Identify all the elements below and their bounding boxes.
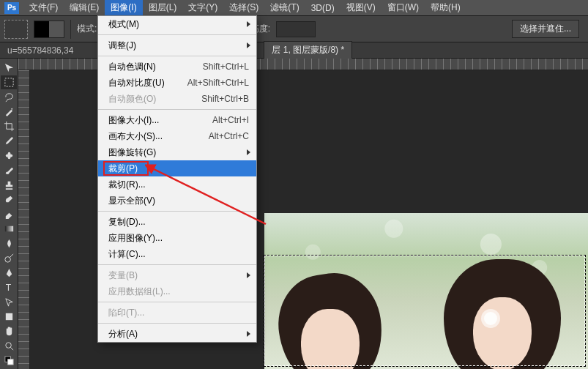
menu-item-shortcut: Alt+Ctrl+C	[209, 131, 249, 141]
mode-label: 模式:	[77, 23, 97, 35]
menu-item-label: 复制(D)...	[108, 216, 146, 228]
menu-item[interactable]: 图像旋转(G)	[98, 144, 256, 160]
crop-tool[interactable]	[1, 119, 17, 133]
height-input[interactable]	[276, 21, 316, 37]
menu-window[interactable]: 窗口(W)	[382, 0, 425, 16]
dodge-tool[interactable]	[1, 251, 17, 265]
menu-item[interactable]: 自动色调(N)Shift+Ctrl+L	[98, 59, 256, 75]
svg-point-8	[5, 342, 11, 348]
select-and-mask-button[interactable]: 选择并遮住...	[512, 20, 579, 38]
menu-image[interactable]: 图像(I)	[105, 0, 142, 16]
app-logo: Ps	[4, 2, 19, 14]
menu-item[interactable]: 分析(A)	[98, 326, 256, 342]
menu-item-label: 图像大小(I)...	[108, 114, 159, 127]
menu-item: 应用数据组(L)...	[98, 283, 256, 299]
menu-filter[interactable]: 滤镜(T)	[264, 0, 305, 16]
type-tool[interactable]: T	[1, 280, 17, 294]
menu-item-shortcut: Alt+Ctrl+I	[212, 115, 249, 125]
menu-item-label: 调整(J)	[108, 40, 136, 52]
svg-rect-0	[4, 78, 12, 86]
gradient-tool[interactable]	[1, 222, 17, 236]
stamp-tool[interactable]	[1, 178, 17, 192]
menu-item[interactable]: 自动对比度(U)Alt+Shift+Ctrl+L	[98, 75, 256, 91]
photo-subject-left	[279, 274, 382, 369]
menu-item[interactable]: 应用图像(Y)...	[98, 230, 256, 246]
active-tool-preview[interactable]	[4, 20, 28, 39]
path-select-tool[interactable]	[1, 295, 17, 309]
svg-text:T: T	[5, 283, 11, 293]
heal-tool[interactable]	[1, 149, 17, 163]
fg-bg-swatch[interactable]	[34, 20, 64, 38]
move-tool[interactable]	[1, 61, 17, 75]
submenu-arrow-icon	[247, 21, 250, 27]
fg-bg-color-tool[interactable]	[1, 354, 17, 368]
menu-item-label: 裁剪(P)	[108, 163, 138, 175]
photo-subject-right	[444, 259, 561, 369]
shape-tool[interactable]	[1, 310, 17, 324]
coord-readout: u=565784836,34	[7, 45, 73, 56]
menu-item-label: 变量(B)	[108, 269, 138, 282]
menu-item[interactable]: 计算(C)...	[98, 246, 256, 262]
eyedropper-tool[interactable]	[1, 134, 17, 148]
menu-item: 自动颜色(O)Shift+Ctrl+B	[98, 91, 256, 107]
document-image	[264, 213, 588, 369]
svg-rect-3	[7, 152, 10, 158]
menu-item[interactable]: 复制(D)...	[98, 214, 256, 230]
svg-rect-7	[5, 313, 12, 319]
image-menu-dropdown: 模式(M)调整(J)自动色调(N)Shift+Ctrl+L自动对比度(U)Alt…	[97, 15, 257, 343]
menu-item-label: 图像旋转(G)	[108, 146, 156, 159]
menu-type[interactable]: 文字(Y)	[182, 0, 223, 16]
pen-tool[interactable]	[1, 266, 17, 280]
menu-item-label: 模式(M)	[108, 18, 139, 31]
menu-help[interactable]: 帮助(H)	[425, 0, 466, 16]
menu-item-label: 陷印(T)...	[108, 307, 144, 319]
svg-point-1	[11, 108, 12, 109]
blur-tool[interactable]	[1, 236, 17, 250]
document-tab[interactable]: 层 1, 图层蒙版/8) *	[264, 41, 352, 59]
menu-item[interactable]: 调整(J)	[98, 37, 256, 53]
menu-edit[interactable]: 编辑(E)	[64, 0, 105, 16]
zoom-tool[interactable]	[1, 339, 17, 353]
menu-item-label: 裁切(R)...	[108, 179, 146, 191]
ruler-vertical[interactable]	[18, 70, 30, 369]
menu-item[interactable]: 裁剪(P)	[98, 160, 256, 176]
marquee-tool[interactable]	[1, 75, 17, 89]
menu-3d[interactable]: 3D(D)	[305, 1, 340, 15]
menu-item-label: 应用图像(Y)...	[108, 232, 163, 245]
options-bar: 模式: 正常 宽度: ⇄ 高度: 选择并遮住...	[0, 16, 588, 42]
menu-item-label: 分析(A)	[108, 328, 138, 340]
svg-rect-10	[7, 359, 13, 365]
menu-item-shortcut: Alt+Shift+Ctrl+L	[187, 78, 249, 88]
wand-tool[interactable]	[1, 105, 17, 119]
menu-item-label: 显示全部(V)	[108, 195, 155, 207]
menu-layer[interactable]: 图层(L)	[143, 0, 183, 16]
brush-tool[interactable]	[1, 163, 17, 177]
menu-item[interactable]: 裁切(R)...	[98, 176, 256, 193]
menu-item-label: 计算(C)...	[108, 248, 146, 261]
menu-item[interactable]: 显示全部(V)	[98, 193, 256, 209]
submenu-arrow-icon	[247, 42, 250, 48]
eraser-tool[interactable]	[1, 207, 17, 221]
menu-item-label: 应用数据组(L)...	[108, 286, 171, 298]
menu-item-label: 自动颜色(O)	[108, 93, 156, 105]
lasso-tool[interactable]	[1, 90, 17, 104]
hand-tool[interactable]	[1, 324, 17, 338]
menu-item-label: 自动色调(N)	[108, 61, 156, 73]
menu-view[interactable]: 视图(V)	[340, 0, 382, 16]
menu-item[interactable]: 图像大小(I)...Alt+Ctrl+I	[98, 112, 256, 128]
svg-point-5	[4, 256, 10, 262]
menu-file[interactable]: 文件(F)	[23, 0, 64, 16]
history-brush-tool[interactable]	[1, 193, 17, 206]
svg-rect-4	[4, 225, 12, 231]
photo-flower	[484, 312, 497, 325]
menu-item: 变量(B)	[98, 267, 256, 283]
submenu-arrow-icon	[247, 331, 250, 337]
toolbox: T	[0, 59, 18, 369]
menu-item[interactable]: 画布大小(S)...Alt+Ctrl+C	[98, 128, 256, 144]
submenu-arrow-icon	[247, 149, 250, 155]
menu-item[interactable]: 模式(M)	[98, 16, 256, 32]
menu-select[interactable]: 选择(S)	[223, 0, 264, 16]
menu-item: 陷印(T)...	[98, 305, 256, 321]
menu-item-label: 画布大小(S)...	[108, 130, 163, 143]
document-tab-bar: u=565784836,34 层 1, 图层蒙版/8) *	[0, 42, 588, 59]
